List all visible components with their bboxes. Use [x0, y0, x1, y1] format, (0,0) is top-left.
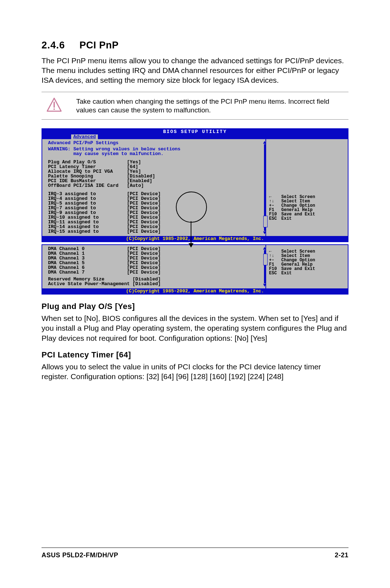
footer-page-number: 2-21 — [335, 551, 348, 559]
bios-title: BIOS SETUP UTILITY — [42, 129, 348, 134]
section-number: 2.4.6 — [42, 40, 65, 51]
bios-option-row: DMA Channel 7 [PCI Device] — [48, 270, 263, 275]
bios-warning-line2: may cause system to malfunction. — [48, 151, 263, 156]
section-title: PCI PnP — [79, 40, 119, 51]
bios-screenshot-lower: DMA Channel 0 [PCI Device]DMA Channel 1 … — [42, 244, 348, 295]
bios-subheading: Advanced PCI/PnP Settings — [48, 141, 263, 145]
bios-tab-advanced: Advanced — [71, 134, 98, 139]
bios-screenshot-upper: BIOS SETUP UTILITY Advanced Advanced PCI… — [42, 128, 348, 242]
section-heading: 2.4.6PCI PnP — [42, 40, 348, 51]
bios-nav-row: ESCExit — [269, 216, 345, 221]
scrollbar-down-icon: ▼ — [263, 283, 266, 288]
bios-option-row: OffBoard PCI/ISA IDE Card [Auto] — [48, 183, 263, 188]
caution-block: Take caution when changing the settings … — [42, 92, 348, 120]
bios-option-row: IRQ-15 assigned to [PCI Device] — [48, 229, 263, 234]
bios-copyright: (C)Copyright 1985-2002, American Megatre… — [42, 236, 348, 241]
bios-option-row: Active State Power-Management [Disabled] — [48, 282, 263, 286]
svg-point-2 — [53, 108, 55, 110]
subsection-heading-pnp: Plug and Play O/S [Yes] — [42, 302, 348, 311]
page-footer: ASUS P5LD2-FM/DH/VP 2-21 — [42, 548, 348, 559]
scrollbar-down-icon: ▼ — [263, 230, 266, 235]
caution-icon — [42, 97, 67, 115]
bios-nav-row: ESCExit — [269, 271, 345, 275]
subsection-body-pnp: When set to [No], BIOS configures all th… — [42, 313, 348, 343]
subsection-heading-latency: PCI Latency Timer [64] — [42, 350, 348, 360]
subsection-body-latency: Allows you to select the value in units … — [42, 362, 348, 382]
intro-paragraph: The PCI PnP menu items allow you to chan… — [42, 56, 348, 85]
bios-nav-row: F10Save and Exit — [269, 212, 345, 216]
bios-nav-row: F10Save and Exit — [269, 267, 345, 271]
footer-product: ASUS P5LD2-FM/DH/VP — [42, 551, 118, 559]
bios-copyright: (C)Copyright 1985-2002, American Megatre… — [42, 288, 348, 294]
caution-text: Take caution when changing the settings … — [67, 97, 348, 115]
